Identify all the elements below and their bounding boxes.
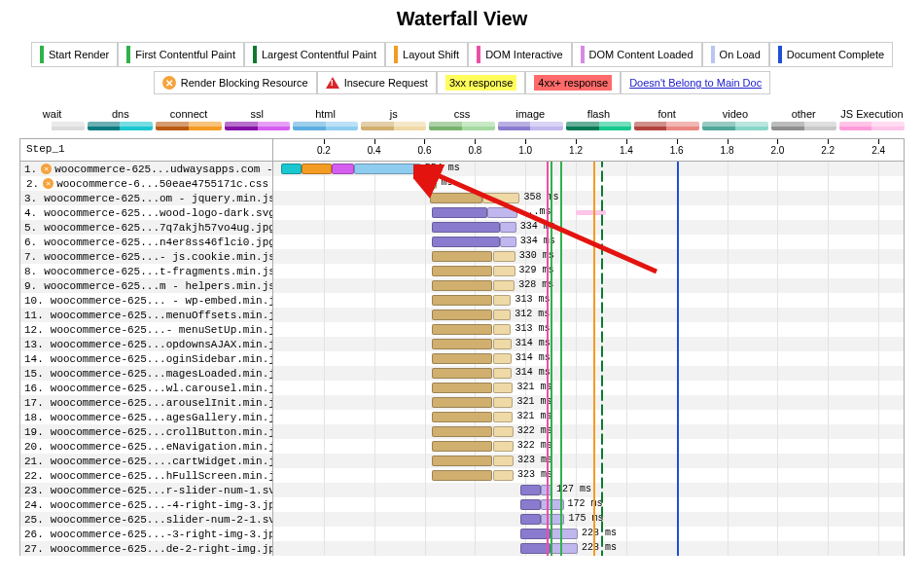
mime-swatch <box>634 122 699 130</box>
waterfall-row[interactable]: 25.woocommerce-625...slider-num-2-1.svg1… <box>19 512 905 527</box>
legend-event-5: DOM Content Loaded <box>572 42 702 67</box>
waterfall-row[interactable]: 24.woocommerce-625...-4-right-img-3.jpg1… <box>19 497 905 512</box>
waterfall-row[interactable]: 9.woocommerce-625...m - helpers.min.js32… <box>19 278 905 293</box>
legend-label: 3xx response <box>445 75 516 91</box>
bar-segment-image-wait <box>520 543 551 554</box>
waterfall-row[interactable]: 12.woocommerce-625...- menuSetUp.min.js3… <box>19 322 905 337</box>
waterfall-row[interactable]: 10.woocommerce-625... - wp-embed.min.js3… <box>19 293 905 308</box>
row-chart: 314 ms <box>273 337 904 351</box>
waterfall-row[interactable]: 1.✕woocommerce-625...udwaysapps.com - /5… <box>19 162 905 176</box>
row-resource-name: woocommerce-625...n4er8ss46flci0.jpg <box>44 237 273 248</box>
waterfall-row[interactable]: 3.woocommerce-625...om - jquery.min.js35… <box>19 191 905 205</box>
event-marker <box>601 337 603 351</box>
waterfall-row[interactable]: 16.woocommerce-625...wl.carousel.min.js3… <box>19 381 905 395</box>
row-duration-label: 322 ms <box>517 425 552 436</box>
waterfall-row[interactable]: 22.woocommerce-625...hFullScreen.min.js3… <box>19 468 905 483</box>
row-resource-name: woocommerce-625...menuOffsets.min.js <box>51 310 273 321</box>
waterfall-row[interactable]: 19.woocommerce-625...crollButton.min.js3… <box>19 424 905 439</box>
event-marker <box>593 191 595 205</box>
waterfall-row[interactable]: 15.woocommerce-625...magesLoaded.min.js3… <box>19 366 905 381</box>
row-duration-label: 330 ms <box>519 250 554 261</box>
event-marker <box>593 162 595 176</box>
bar-segment-js-wait <box>432 251 492 262</box>
bar-segment-image-wait <box>432 222 500 233</box>
mime-swatch <box>498 122 563 130</box>
event-marker <box>593 366 595 381</box>
row-duration-label: 334 ms <box>520 221 555 232</box>
waterfall-row[interactable]: 5.woocommerce-625...7q7akjh57vo4ug.jpg33… <box>19 220 905 235</box>
row-resource-name: woocommerce-625...7q7akjh57vo4ug.jpg <box>44 222 273 234</box>
legend-3xx: 3xx response <box>437 71 525 94</box>
event-marker <box>560 439 562 454</box>
row-chart: 321 ms <box>273 395 904 410</box>
row-number: 16. <box>24 383 44 394</box>
row-label: 21.woocommerce-625....cartWidget.min.js <box>20 454 273 468</box>
row-chart: 172 ms <box>273 497 904 512</box>
waterfall-row[interactable]: 13.woocommerce-625...opdownsAJAX.min.js3… <box>19 337 905 351</box>
waterfall-row[interactable]: 6.woocommerce-625...n4er8ss46flci0.jpg33… <box>19 235 905 249</box>
waterfall-row[interactable]: 8.woocommerce-625...t-fragments.min.js32… <box>19 264 905 278</box>
row-duration-label: 321 ms <box>516 396 551 407</box>
waterfall-row[interactable]: 2.✕woocommerce-6...50eae4755171c.cssms <box>19 176 905 191</box>
mime-label: JS Execution <box>840 108 903 120</box>
waterfall-row[interactable]: 20.woocommerce-625...eNavigation.min.js3… <box>19 439 905 454</box>
event-marker <box>551 322 552 337</box>
legend-event-0: Start Render <box>31 42 118 67</box>
bar-segment-js <box>493 470 515 481</box>
mime-wait: wait <box>19 108 85 130</box>
event-marker <box>601 454 603 468</box>
waterfall-row[interactable]: 21.woocommerce-625....cartWidget.min.js3… <box>19 454 905 468</box>
waterfall-row[interactable]: 27.woocommerce-625...de-2-right-img.jpg2… <box>19 541 905 556</box>
mime-label: video <box>723 108 748 120</box>
legend-label: DOM Interactive <box>485 49 562 60</box>
tick: 1.8 <box>721 139 734 156</box>
legend-event-4: DOM Interactive <box>468 42 571 67</box>
tick: 1.4 <box>620 139 633 156</box>
bar-segment-js <box>493 251 515 262</box>
legend-label: DOM Content Loaded <box>589 49 693 60</box>
row-number: 26. <box>24 529 44 540</box>
warning-icon <box>326 77 339 89</box>
legend-label: On Load <box>720 49 761 60</box>
legend-not-main-doc-link[interactable]: Doesn't Belong to Main Doc <box>621 71 770 94</box>
row-number: 4. <box>24 207 37 219</box>
event-marker <box>601 424 603 439</box>
event-marker <box>593 308 595 322</box>
row-resource-name: woocommerce-625...hFullScreen.min.js <box>51 470 273 482</box>
timeline-ruler: Step_1 0.20.40.60.81.01.21.41.61.82.02.2… <box>19 138 905 162</box>
bar-segment-image <box>487 207 517 218</box>
waterfall-row[interactable]: 17.woocommerce-625...arouselInit.min.js3… <box>19 395 905 410</box>
waterfall-row[interactable]: 7.woocommerce-625...- js.cookie.min.js33… <box>19 249 905 264</box>
event-marker <box>593 249 595 264</box>
waterfall-row[interactable]: 18.woocommerce-625...agesGallery.min.js3… <box>19 410 905 424</box>
row-resource-name: woocommerce-625...oginSidebar.min.js <box>51 353 273 365</box>
event-marker <box>560 424 562 439</box>
row-duration-label: 175 ms <box>568 513 603 524</box>
event-marker <box>593 278 595 293</box>
bar-segment-image <box>551 529 578 539</box>
legend-row-events: Start RenderFirst Contentful PaintLarges… <box>0 42 924 67</box>
waterfall-row[interactable]: 4.woocommerce-625...wood-logo-dark.svg..… <box>19 205 905 220</box>
bar-segment-connect <box>302 164 332 174</box>
waterfall-row[interactable]: 23.woocommerce-625...r-slider-num-1.svg1… <box>19 483 905 497</box>
step-label: Step_1 <box>20 139 273 161</box>
bar-segment-js-wait <box>432 383 492 393</box>
legend-swatch <box>711 46 715 63</box>
row-chart: 314 ms <box>273 366 904 381</box>
waterfall-row[interactable]: 26.woocommerce-625...-3-right-img-3.jpg2… <box>19 527 905 541</box>
mime-label: wait <box>43 108 62 120</box>
bar-segment-image-wait <box>432 207 487 218</box>
row-resource-name: woocommerce-625...eNavigation.min.js <box>51 441 273 453</box>
bar-segment-css <box>430 178 438 189</box>
bar-segment-js-wait <box>432 441 492 452</box>
row-resource-name: woocommerce-625...wood-logo-dark.svg <box>44 207 273 219</box>
bar-segment-js <box>482 193 519 203</box>
event-marker <box>560 454 562 468</box>
waterfall-row[interactable]: 14.woocommerce-625...oginSidebar.min.js3… <box>19 351 905 366</box>
row-chart: 175 ms <box>273 512 904 527</box>
bar-segment-js-wait <box>432 470 492 481</box>
event-marker <box>560 322 562 337</box>
row-label: 2.✕woocommerce-6...50eae4755171c.css <box>20 176 273 191</box>
row-label: 17.woocommerce-625...arouselInit.min.js <box>20 395 273 410</box>
waterfall-row[interactable]: 11.woocommerce-625...menuOffsets.min.js3… <box>19 308 905 322</box>
